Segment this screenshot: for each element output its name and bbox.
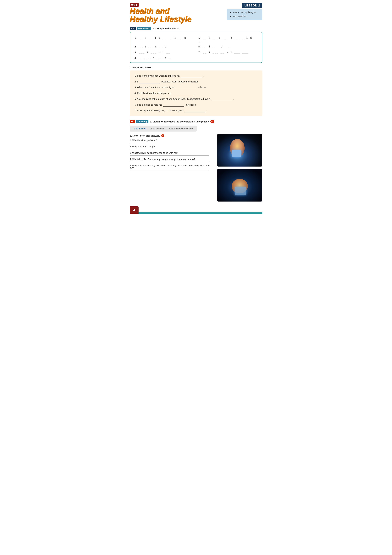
lesson-objectives: review healthy lifestylesuse quantifiers [227, 9, 262, 20]
page-header: Unit 1 Health and Healthy Lifestyle LESS… [130, 3, 262, 23]
qa-question: 1. What is Kim's problem? [130, 139, 213, 142]
lesson-block: LESSON 2 review healthy lifestylesuse qu… [227, 3, 262, 20]
location-option[interactable]: 3. at a doctor's office [169, 127, 193, 130]
new-words-badge: New Words [137, 27, 151, 30]
left-column: b. Now, listen and answer. 02 1. What is… [130, 134, 213, 202]
qa-question: 5. Why does Dr. Dorothy tell Kim to put … [130, 164, 213, 169]
listening-badge: Listening [136, 120, 148, 123]
listen-icon [130, 120, 135, 123]
word-row: 7. __ i ___ __ e i ___ ___ [199, 50, 257, 55]
footer-bar [139, 212, 262, 214]
fill-item: 6. I do exercise to help me my stress. [135, 102, 257, 108]
word-row: 4. ___ __ e ___ e __ [135, 55, 193, 61]
word-row: 6. __ i ___ e __ __ [199, 44, 257, 50]
fill-blanks-instruction: b. Fill in the blanks. [130, 66, 262, 69]
title-line1: Health and [130, 7, 191, 15]
fill-item: 4. It's difficult to relax when you feel… [135, 90, 257, 96]
qa-item: 3. What will Kim ask her friends to do w… [130, 152, 213, 156]
main-content: b. Now, listen and answer. 02 1. What is… [130, 134, 262, 202]
word-row [199, 55, 257, 61]
word-row: 1. __ o __ i a __ __ i __ e [135, 35, 193, 44]
new-words-section-header: AA New Words a. Complete the words. [130, 27, 262, 30]
answer-line [130, 143, 209, 143]
title-line2: Healthy Lifestyle [130, 15, 191, 23]
unit-badge: Unit 1 [130, 3, 139, 7]
fill-blanks-box: 1. I go to the gym each week to improve … [130, 71, 262, 116]
answer-line [130, 171, 209, 171]
page-number: 4 [130, 206, 139, 214]
lesson-bullet: use quantifiers [233, 15, 259, 18]
page-footer: 4 [130, 206, 262, 214]
fill-item: 7. I see my friends every day, so I have… [135, 108, 257, 114]
new-words-instruction: a. Complete the words. [153, 27, 179, 30]
answer-line [130, 162, 209, 162]
qa-question: 2. Why can't Kim sleep? [130, 145, 213, 148]
right-column [217, 134, 262, 202]
qa-question: 3. What will Kim ask her friends to do w… [130, 152, 213, 154]
lesson-bullet: review healthy lifestyles [233, 11, 259, 15]
audio-track-badge-b: 02 [161, 134, 164, 137]
qa-item: 4. What does Dr. Dorothy say is a good w… [130, 158, 213, 162]
word-puzzle-box: 1. __ o __ i a __ __ i __ e5. __ a __ a … [130, 32, 262, 63]
qa-item: 2. Why can't Kim sleep? [130, 145, 213, 149]
qa-item: 1. What is Kim's problem? [130, 139, 213, 143]
qa-list: 1. What is Kim's problem?2. Why can't Ki… [130, 139, 213, 171]
qa-item: 5. Why does Dr. Dorothy tell Kim to put … [130, 164, 213, 171]
word-row: 5. __ a __ a ___ e __ __ i e __ [199, 35, 257, 44]
fill-item: 5. You shouldn't eat too much of one typ… [135, 96, 257, 102]
svg-point-0 [131, 121, 132, 122]
fill-item: 1. I go to the gym each week to improve … [135, 73, 257, 79]
location-option[interactable]: 1. at home [134, 127, 145, 130]
photo-2 [217, 169, 262, 202]
word-row: 3. ___ i ___ o u __ [135, 50, 193, 55]
location-option[interactable]: 2. at school [150, 127, 164, 130]
answer-line [130, 149, 209, 149]
word-row: 2. __ a __ a __ e [135, 44, 193, 50]
lesson-badge: LESSON 2 [242, 3, 262, 8]
qa-question: 4. What does Dr. Dorothy say is a good w… [130, 158, 213, 161]
word-grid: 1. __ o __ i a __ __ i __ e5. __ a __ a … [135, 35, 257, 61]
listen-answer-header: b. Now, listen and answer. 02 [130, 134, 213, 137]
audio-track-badge: 02 [210, 120, 214, 123]
fill-item: 2. I because I want to become stronger. [135, 79, 257, 85]
answer-line [130, 155, 209, 156]
listening-section-header: Listening a. Listen. Where does the conv… [130, 120, 262, 123]
listening-question-a: a. Listen. Where does the conversation t… [150, 120, 214, 123]
location-options: 1. at home2. at school3. at a doctor's o… [130, 125, 197, 131]
fill-item: 3. When I don't want to exercise, I just… [135, 85, 257, 90]
photo-1 [217, 134, 262, 167]
aa-badge: AA [130, 27, 136, 30]
title-block: Unit 1 Health and Healthy Lifestyle [130, 3, 191, 23]
